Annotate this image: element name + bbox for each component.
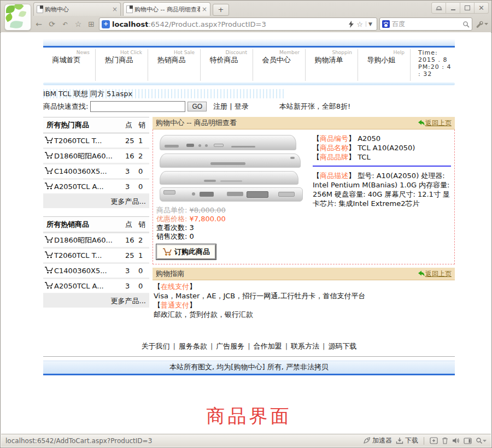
footer-link-contact[interactable]: 联系方法 xyxy=(291,342,319,350)
refresh-icon[interactable]: ⟳ xyxy=(46,18,57,30)
theme-button[interactable] xyxy=(431,2,446,14)
list-item[interactable]: A2050TCL A... 3 0 xyxy=(43,180,149,195)
quick-search-label: 商品快速查找: xyxy=(43,102,88,111)
hat-icon xyxy=(436,5,442,11)
speaker-icon[interactable] xyxy=(452,437,460,444)
views-label: 查看次数: xyxy=(156,223,187,232)
footer-link-source[interactable]: 源码下载 xyxy=(328,342,356,350)
divider xyxy=(43,356,455,357)
cart-icon xyxy=(44,250,54,261)
zoom-level-icon[interactable] xyxy=(476,437,487,444)
detail-section-header: 购物中心 -- 商品明细查看 返回上页 xyxy=(153,117,455,129)
bookmark-star-icon[interactable]: ☆ xyxy=(356,20,364,28)
return-arrow-icon xyxy=(418,270,425,277)
list-item[interactable]: A2050TCL A... 3 0 xyxy=(43,279,149,294)
screenshot-caption: 商品界面 xyxy=(43,404,455,429)
price-pane: 商品单价: ¥8,000.00 优惠价格: ¥7,800.00 查看次数: 3 … xyxy=(156,206,308,260)
sales-count: 0 xyxy=(190,232,194,240)
nav-item-home[interactable]: News商城首页 xyxy=(43,49,96,81)
laptop-view xyxy=(160,154,301,168)
register-login-links[interactable]: 注册 | 登录 xyxy=(213,102,249,111)
tab-close-icon[interactable]: × xyxy=(112,5,118,13)
list-item[interactable]: C1400360X5... 3 0 xyxy=(43,164,149,180)
list-item[interactable]: D1860昭阳A60... 16 2 xyxy=(43,233,149,249)
main-nav: News商城首页 Hot Click热门商品 Hot Sale热销商品 Disc… xyxy=(43,48,455,81)
new-tab-button[interactable]: + xyxy=(213,4,229,16)
page-icon xyxy=(126,5,133,13)
status-bar: localhost:6542/AddToCart.aspx?ProductID=… xyxy=(1,434,491,447)
go-button[interactable]: GO xyxy=(188,102,207,111)
download-button[interactable]: 下载 xyxy=(396,436,418,445)
order-product-button[interactable]: 订购此商品 xyxy=(156,244,216,260)
more-products-link[interactable]: 更多产品... xyxy=(43,294,149,308)
product-detail-box: 商品单价: ¥8,000.00 优惠价格: ¥7,800.00 查看次数: 3 … xyxy=(153,129,455,264)
apps-grid-icon[interactable]: ⊞ xyxy=(86,18,97,30)
cart-icon xyxy=(44,281,54,291)
footer-links: 关于我们|服务条款|广告服务|合作加盟|联系方法|源码下载 xyxy=(43,341,455,351)
tab-shop-home[interactable]: 购物中心 × xyxy=(33,2,121,16)
more-products-link[interactable]: 更多产品... xyxy=(43,195,149,208)
nav-item-hot-click[interactable]: Hot Click热门商品 xyxy=(96,49,148,81)
list-item[interactable]: T2060TCL T... 25 1 xyxy=(43,134,149,149)
footer-link-terms[interactable]: 服务条款 xyxy=(179,342,207,350)
search-magnifier-icon[interactable] xyxy=(462,21,470,28)
undo-icon[interactable]: ↶ xyxy=(60,18,71,30)
close-icon: ✕ xyxy=(478,4,484,12)
address-bar[interactable]: + localhost:6542/Product.aspx?ProductID=… xyxy=(99,17,377,31)
leaf-icon xyxy=(13,4,24,11)
address-path: :6542/Product.aspx?ProductID=3 xyxy=(148,20,266,28)
col-sales-header: 销 xyxy=(138,220,147,229)
field-label: 商品名称 xyxy=(320,144,348,152)
cart-icon xyxy=(44,235,54,245)
nav-item-discount[interactable]: Discount特价商品 xyxy=(201,49,253,81)
address-text[interactable]: localhost:6542/Product.aspx?ProductID=3 xyxy=(112,20,347,28)
back-to-previous-link[interactable]: 返回上页 xyxy=(418,269,452,279)
browser-search-box[interactable]: 百度 xyxy=(379,17,472,31)
nav-item-member[interactable]: Member会员中心 xyxy=(253,49,306,81)
pay-normal-label: 普通支付 xyxy=(161,301,189,309)
tab-title: 购物中心 -- 商品明细查看 xyxy=(134,5,200,14)
leaf-icon xyxy=(10,20,23,30)
address-dropdown-icon[interactable]: ▼ xyxy=(366,21,374,27)
maximize-button[interactable] xyxy=(460,2,475,14)
minimize-button[interactable] xyxy=(446,2,460,14)
price-label: 商品单价: xyxy=(156,206,187,214)
list-item[interactable]: D1860昭阳A60... 16 2 xyxy=(43,149,149,164)
product-photo xyxy=(156,133,305,203)
list-item[interactable]: C1400360X5... 3 0 xyxy=(43,264,149,279)
maximize-icon xyxy=(465,5,470,10)
add-panel-icon[interactable] xyxy=(430,437,438,444)
cart-icon xyxy=(44,135,54,146)
browser-logo[interactable] xyxy=(4,4,31,31)
back-icon[interactable]: ← xyxy=(33,18,44,30)
divider xyxy=(313,166,451,167)
hot-click-title: 所有热门商品 xyxy=(46,120,125,130)
footer-link-ads[interactable]: 广告服务 xyxy=(216,342,244,350)
tab-close-icon[interactable]: × xyxy=(202,5,207,13)
field-label: 商品品牌 xyxy=(320,153,348,161)
sidebar-panel-icon[interactable] xyxy=(464,438,472,444)
quick-search-input[interactable] xyxy=(90,101,185,112)
nav-item-cart-list[interactable]: Shoppin购物清单 xyxy=(306,49,358,81)
field-label: 商品编号 xyxy=(320,134,348,143)
nav-item-hot-sale[interactable]: Hot Sale热销商品 xyxy=(148,49,201,81)
accelerator-button[interactable]: 加速器 xyxy=(363,436,392,445)
cart-icon xyxy=(44,166,54,176)
back-to-previous-link[interactable]: 返回上页 xyxy=(418,119,452,128)
nav-item-help[interactable]: Help导购小姐 xyxy=(358,49,411,81)
wrench-icon[interactable] xyxy=(476,20,488,28)
footer-link-about[interactable]: 关于我们 xyxy=(142,342,170,350)
search-engine-label[interactable]: 百度 xyxy=(392,20,460,29)
field-value: TCL xyxy=(358,153,371,161)
list-item[interactable]: T2060TCL T... 25 1 xyxy=(43,249,149,264)
field-value: A2050 xyxy=(358,134,380,143)
favorites-star-icon[interactable]: ☆ xyxy=(73,18,84,30)
tab-product-detail[interactable]: 购物中心 -- 商品明细查看 × xyxy=(123,2,210,16)
footer-link-join[interactable]: 合作加盟 xyxy=(254,342,282,350)
guide-body: 【在线支付】 Visa，Master，AE，JCB，招行一网通,工行牡丹卡，首信… xyxy=(153,280,455,321)
main-panel: 购物中心 -- 商品明细查看 返回上页 xyxy=(153,117,455,321)
trash-icon[interactable] xyxy=(442,437,448,444)
pay-online-text: Visa，Master，AE，JCB，招行一网通,工行牡丹卡，首信支付平台 xyxy=(154,291,454,300)
lightning-icon[interactable] xyxy=(349,21,354,28)
close-button[interactable]: ✕ xyxy=(475,2,489,14)
